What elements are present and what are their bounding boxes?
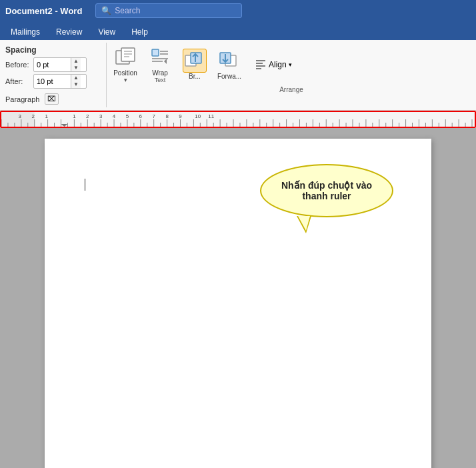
position-label: Position	[113, 69, 137, 77]
tab-review[interactable]: Review	[48, 24, 90, 40]
send-backward-icon	[217, 49, 241, 73]
position-btn[interactable]: Position ▾	[112, 45, 139, 83]
arrange-group: Position ▾ Wrap Text	[107, 43, 476, 107]
align-icon	[255, 59, 267, 71]
bring-forward-icon	[183, 49, 207, 73]
callout-text: Nhấn đúp chuột vào thanh ruler	[268, 180, 385, 201]
position-icon	[113, 45, 137, 69]
spacing-before-down[interactable]: ▼	[71, 65, 81, 71]
bring-forward-btn[interactable]: Br...	[181, 49, 208, 80]
title-bar: Document2 - Word 🔍 Search	[0, 0, 476, 21]
search-icon: 🔍	[101, 6, 111, 15]
position-chevron: ▾	[124, 77, 127, 83]
text-cursor	[85, 179, 85, 191]
wrap-icon	[148, 45, 172, 69]
svg-text:7: 7	[152, 113, 155, 119]
tab-view[interactable]: View	[90, 24, 123, 40]
paragraph-label: Paragraph	[5, 95, 39, 103]
document-area[interactable]	[0, 128, 476, 468]
svg-text:10: 10	[195, 113, 201, 119]
svg-text:11: 11	[208, 113, 214, 119]
ruler-svg: 3 2 1 1 2	[1, 112, 475, 127]
svg-rect-5	[152, 49, 159, 56]
spacing-after-down[interactable]: ▼	[71, 81, 81, 88]
title-bar-docname: Document2 - Word	[5, 6, 82, 16]
align-chevron: ▾	[289, 61, 292, 68]
svg-text:9: 9	[179, 113, 182, 119]
spacing-after-input-wrap[interactable]: ▲ ▼	[33, 74, 87, 89]
spacing-before-label: Before:	[5, 61, 31, 69]
spacing-after-up[interactable]: ▲	[71, 75, 81, 81]
spacing-before-up[interactable]: ▲	[71, 58, 81, 65]
search-box[interactable]: 🔍 Search	[95, 3, 242, 18]
send-backward-btn[interactable]: Forwa...	[216, 49, 243, 80]
align-btn[interactable]: Align ▾	[251, 56, 296, 73]
ribbon-tabs: Mailings Review View Help	[0, 21, 476, 40]
svg-text:1: 1	[73, 113, 76, 119]
spacing-before-input-wrap[interactable]: ▲ ▼	[33, 57, 87, 72]
paragraph-row: Paragraph ⌧	[5, 93, 101, 105]
arrange-icons: Position ▾ Wrap Text	[112, 45, 471, 83]
svg-text:3: 3	[19, 113, 22, 119]
send-backward-label: Forwa...	[217, 73, 241, 80]
wrap-text-sub: Text	[155, 77, 166, 83]
arrange-group-label: Arrange	[112, 83, 471, 93]
paragraph-expand-btn[interactable]: ⌧	[45, 93, 59, 105]
callout-wrapper: Nhấn đúp chuột vào thanh ruler	[260, 164, 393, 217]
align-label: Align	[269, 60, 287, 69]
spacing-after-input[interactable]	[34, 76, 71, 87]
svg-text:5: 5	[126, 113, 129, 119]
svg-text:1: 1	[45, 113, 48, 119]
svg-text:8: 8	[165, 113, 169, 119]
svg-rect-1	[121, 48, 135, 61]
tab-mailings[interactable]: Mailings	[3, 24, 48, 40]
wrap-label: Wrap	[152, 69, 168, 77]
spacing-before-row: Before: ▲ ▼	[5, 57, 101, 72]
svg-text:4: 4	[113, 113, 116, 119]
spacing-after-row: After: ▲ ▼	[5, 74, 101, 89]
ruler-area: 3 2 1 1 2	[0, 111, 476, 128]
svg-text:2: 2	[32, 113, 35, 119]
bring-forward-label: Br...	[189, 73, 201, 80]
wrap-text-btn[interactable]: Wrap Text	[147, 45, 173, 83]
callout-bubble: Nhấn đúp chuột vào thanh ruler	[260, 164, 393, 217]
spacing-before-spinners: ▲ ▼	[71, 58, 81, 71]
spacing-group: Spacing Before: ▲ ▼ After: ▲ ▼ Para	[0, 43, 107, 107]
ruler[interactable]: 3 2 1 1 2	[0, 111, 476, 128]
tab-help[interactable]: Help	[123, 24, 156, 40]
spacing-after-label: After:	[5, 77, 31, 85]
spacing-after-spinners: ▲ ▼	[71, 75, 81, 88]
spacing-before-input[interactable]	[34, 59, 71, 70]
svg-text:3: 3	[99, 113, 103, 119]
svg-text:2: 2	[86, 113, 89, 119]
svg-text:6: 6	[139, 113, 143, 119]
ribbon: Spacing Before: ▲ ▼ After: ▲ ▼ Para	[0, 40, 476, 111]
search-placeholder: Search	[115, 6, 140, 15]
spacing-title: Spacing	[5, 45, 101, 55]
